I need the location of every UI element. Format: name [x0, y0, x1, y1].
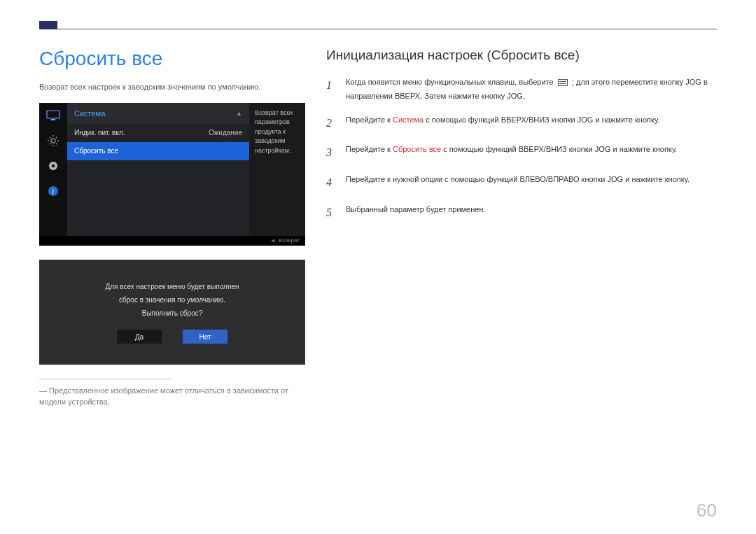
yes-button[interactable]: Да — [117, 330, 162, 344]
step-text: с помощью функций ВВЕРХ/ВНИЗ кнопки JOG … — [443, 145, 677, 153]
monitor-icon — [43, 103, 63, 128]
step-3: 3 Перейдите к Сбросить все с помощью фун… — [326, 143, 717, 163]
right-title: Инициализация настроек (Сбросить все) — [326, 48, 717, 63]
header-rule — [39, 21, 717, 29]
step-number: 2 — [326, 113, 336, 134]
step-5: 5 Выбранный параметр будет применен. — [326, 203, 717, 223]
osd-rail: i — [39, 103, 67, 246]
svg-text:i: i — [52, 188, 55, 195]
osd-panel: Система ▲ Индик. пит. вкл. Ожидание Сбро… — [67, 103, 249, 246]
confirm-line2: сброс в значения по умолчанию. — [119, 296, 225, 304]
header-line — [57, 29, 717, 29]
osd-row-reset-all: Сбросить все — [67, 142, 249, 160]
step-text: Перейдите к — [346, 145, 393, 153]
step-text: Выбранный параметр будет применен. — [346, 203, 717, 223]
step-text: с помощью функций ВВЕРХ/ВНИЗ кнопки JOG … — [426, 115, 659, 124]
step-text: Перейдите к — [346, 115, 393, 124]
confirm-line1: Для всех настроек меню будет выполнен — [105, 283, 239, 290]
step-number: 1 — [326, 76, 336, 104]
svg-rect-1 — [51, 119, 55, 120]
keyword-reset-all: Сбросить все — [393, 145, 441, 153]
steps-list: 1 Когда появится меню функциональных кла… — [326, 76, 717, 223]
osd-screenshot: i Система ▲ Индик. пит. вкл. Ожидание Сб… — [39, 103, 305, 246]
step-number: 4 — [326, 173, 336, 193]
info-icon: i — [43, 178, 63, 204]
osd-return-label: Возврат — [279, 237, 300, 244]
menu-icon — [558, 79, 568, 86]
osd-help-text: Возврат всех параметров продукта к завод… — [249, 103, 305, 246]
section-title: Сбросить все — [39, 48, 305, 70]
svg-line-8 — [56, 143, 57, 143]
keyword-system: Система — [393, 115, 424, 124]
confirm-text: Для всех настроек меню будет выполнен сб… — [105, 280, 239, 320]
svg-rect-0 — [47, 111, 59, 118]
step-1: 1 Когда появится меню функциональных кла… — [326, 76, 717, 104]
confirm-line3: Выполнить сброс? — [142, 309, 203, 317]
osd-menu-title: Система — [74, 109, 105, 118]
confirm-dialog: Для всех настроек меню будет выполнен сб… — [39, 260, 305, 365]
no-button[interactable]: Нет — [183, 330, 227, 344]
osd-row-value: Ожидание — [209, 129, 242, 136]
step-number: 3 — [326, 143, 336, 163]
page-number: 60 — [696, 500, 717, 521]
osd-menu-title-row: Система ▲ — [67, 103, 249, 124]
gear-solid-icon — [43, 153, 63, 178]
svg-line-10 — [56, 136, 57, 137]
left-arrow-icon: ◀ — [271, 238, 274, 244]
svg-point-2 — [51, 139, 55, 143]
svg-line-7 — [50, 136, 50, 137]
osd-footer: ◀ Возврат — [39, 236, 305, 246]
step-text: Когда появится меню функциональных клави… — [346, 78, 556, 86]
step-4: 4 Перейдите к нужной опции с помощью фун… — [326, 173, 717, 193]
step-2: 2 Перейдите к Система с помощью функций … — [326, 113, 717, 134]
footnote-separator — [39, 379, 172, 379]
step-text: Перейдите к нужной опции с помощью функц… — [346, 173, 717, 193]
header-mark — [39, 21, 57, 29]
osd-row-label: Сбросить все — [74, 147, 118, 155]
svg-line-9 — [50, 143, 50, 143]
osd-row-power-led: Индик. пит. вкл. Ожидание — [67, 124, 249, 142]
footnote-text: Представленное изображение может отличат… — [39, 385, 305, 408]
intro-text: Возврат всех настроек к заводским значен… — [39, 81, 305, 93]
up-arrow-icon: ▲ — [236, 110, 242, 117]
osd-row-label: Индик. пит. вкл. — [74, 129, 125, 136]
gear-icon — [43, 128, 63, 153]
step-number: 5 — [326, 203, 336, 223]
svg-point-12 — [52, 164, 55, 167]
